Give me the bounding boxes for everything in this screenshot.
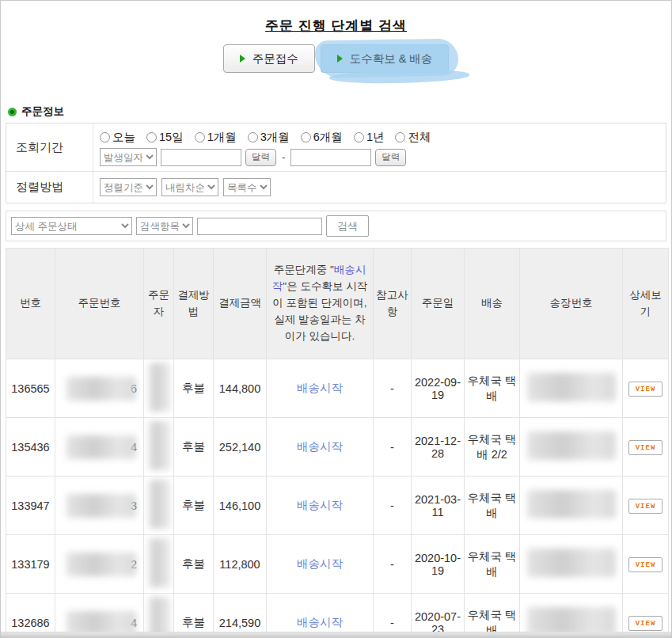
- orders-table: 번호 주문번호 주문자 결제방법 결제금액 주문단계중 "배송시작"은 도수확보…: [6, 248, 669, 638]
- cell-pay-amount: 144,800: [214, 359, 267, 418]
- period-radio-5[interactable]: 1년: [354, 130, 385, 145]
- period-radio-2[interactable]: 1개월: [195, 130, 237, 145]
- radio-circle-icon[interactable]: [248, 132, 258, 142]
- cell-order-date: 2021-03-11: [412, 477, 465, 535]
- cell-invoice-no: [520, 359, 623, 418]
- radio-circle-icon[interactable]: [100, 132, 110, 142]
- tab-dosu-delivery[interactable]: 도수확보 & 배송: [321, 44, 450, 73]
- cell-invoice-no: [520, 477, 623, 535]
- period-radio-4[interactable]: 6개월: [301, 130, 343, 145]
- view-button[interactable]: VIEW: [628, 557, 663, 572]
- col-header-detail: 상세보기: [623, 249, 669, 359]
- cell-orderer: [144, 418, 174, 477]
- cell-stage: 배송시작: [267, 535, 374, 594]
- sort-select-2[interactable]: 목록수: [223, 178, 271, 196]
- cell-orderer: [144, 359, 174, 418]
- col-header-no: 번호: [6, 249, 55, 359]
- col-header-pay-amount: 결제금액: [214, 249, 267, 359]
- date-to-input[interactable]: [290, 149, 371, 166]
- period-radio-0[interactable]: 오늘: [100, 130, 135, 145]
- date-type-select[interactable]: 발생일자: [100, 148, 157, 166]
- radio-circle-icon[interactable]: [395, 132, 405, 142]
- view-button[interactable]: VIEW: [628, 382, 663, 397]
- tab-order-receive[interactable]: 주문접수: [223, 44, 315, 73]
- cell-delivery: 우체국 택배: [465, 477, 520, 535]
- stage-link[interactable]: 배송시작: [297, 440, 343, 453]
- redacted-order-number: [66, 553, 136, 576]
- table-row: 133179 2 후불 112,800 배송시작 - 2020-10-19 우체…: [6, 535, 669, 594]
- sort-row: 정렬방법 정렬기준내림차순목록수: [6, 172, 666, 203]
- search-keyword-input[interactable]: [197, 218, 322, 235]
- redacted-order-number: [66, 435, 136, 459]
- table-body: 136565 6 후불 144,800 배송시작 - 2022-09-19 우체…: [6, 359, 669, 638]
- redacted-order-number: [66, 377, 136, 401]
- col-header-pay-method: 결제방법: [174, 249, 214, 359]
- redacted-invoice-number: [527, 490, 616, 518]
- redacted-orderer-name: [149, 538, 169, 587]
- cell-detail: VIEW: [623, 477, 669, 535]
- period-radio-6[interactable]: 전체: [395, 130, 431, 145]
- green-bullet-icon: [8, 108, 17, 116]
- radio-circle-icon[interactable]: [354, 132, 364, 142]
- cell-pay-method: 후불: [174, 359, 214, 418]
- redacted-order-number: [66, 494, 136, 518]
- radio-circle-icon[interactable]: [195, 132, 205, 142]
- cell-pay-method: 후불: [174, 535, 214, 594]
- cell-order-date: 2020-10-19: [412, 535, 465, 594]
- stage-link[interactable]: 배송시작: [297, 616, 343, 629]
- order-status-select[interactable]: 상세 주문상태: [11, 217, 132, 235]
- view-button[interactable]: VIEW: [628, 440, 663, 455]
- cell-order-no: 4: [55, 418, 144, 477]
- tab-dosu-delivery-label: 도수확보 & 배송: [350, 51, 433, 66]
- radio-circle-icon[interactable]: [146, 132, 157, 142]
- sort-select-0[interactable]: 정렬기준: [100, 178, 157, 196]
- cell-orderer: [144, 477, 174, 535]
- cell-order-date: 2021-12-28: [412, 418, 465, 477]
- cell-delivery: 우체국 택배: [465, 535, 520, 594]
- cell-detail: VIEW: [623, 359, 669, 418]
- search-button[interactable]: 검색: [326, 215, 369, 237]
- period-radio-label: 15일: [159, 130, 184, 145]
- period-label: 조회기간: [6, 123, 93, 171]
- calendar-to-button[interactable]: 달력: [375, 149, 406, 166]
- cell-detail: VIEW: [623, 535, 669, 594]
- cell-pay-amount: 252,140: [214, 418, 267, 477]
- period-radio-3[interactable]: 3개월: [248, 130, 290, 145]
- search-field-select[interactable]: 검색항목: [136, 217, 193, 235]
- radio-circle-icon[interactable]: [301, 132, 311, 142]
- cell-stage: 배송시작: [267, 359, 374, 418]
- period-radio-label: 1년: [366, 130, 385, 145]
- stage-link[interactable]: 배송시작: [297, 499, 343, 511]
- col-header-order-no: 주문번호: [55, 249, 144, 359]
- redacted-invoice-number: [527, 431, 616, 460]
- date-from-input[interactable]: [161, 149, 241, 166]
- period-radio-1[interactable]: 15일: [146, 130, 184, 145]
- cell-no: 133947: [6, 477, 55, 535]
- order-stage-search-page: 주문 진행 단계별 검색 주문접수 도수확보 & 배송 주문정보 조회기간 오늘…: [0, 0, 672, 638]
- view-button[interactable]: VIEW: [628, 499, 663, 514]
- table-row: 135436 4 후불 252,140 배송시작 - 2021-12-28 우체…: [6, 418, 669, 477]
- stage-link[interactable]: 배송시작: [297, 557, 343, 570]
- sort-selects: 정렬기준내림차순목록수: [100, 177, 659, 198]
- order-info-section-header: 주문정보: [8, 104, 671, 119]
- calendar-from-button[interactable]: 달력: [245, 149, 276, 166]
- col-header-order-date: 주문일: [412, 249, 465, 359]
- order-info-section-title: 주문정보: [21, 104, 64, 119]
- period-options: 오늘15일1개월3개월6개월1년전체: [100, 128, 659, 148]
- cell-pay-method: 후불: [174, 477, 214, 535]
- stage-link[interactable]: 배송시작: [297, 382, 343, 394]
- cell-invoice-no: [520, 418, 623, 477]
- table-row: 133947 3 후불 146,100 배송시작 - 2021-03-11 우체…: [6, 477, 669, 535]
- bottom-scroll-bar[interactable]: [1, 632, 671, 637]
- redacted-order-number: [66, 611, 136, 635]
- cell-delivery: 우체국 택배 2/2: [465, 418, 520, 477]
- cell-reference: -: [374, 418, 412, 477]
- cell-orderer: [144, 535, 174, 594]
- view-button[interactable]: VIEW: [628, 616, 663, 631]
- green-arrow-icon: [337, 55, 343, 63]
- sort-select-1[interactable]: 내림차순: [161, 178, 218, 196]
- cell-pay-amount: 146,100: [214, 477, 267, 535]
- cell-delivery: 우체국 택배: [465, 359, 520, 418]
- redacted-orderer-name: [149, 421, 169, 470]
- stage-note-suffix: "은 도수확보 시작이 포함된 단계이며, 실제 발송일과는 차이가 있습니다.: [272, 280, 367, 342]
